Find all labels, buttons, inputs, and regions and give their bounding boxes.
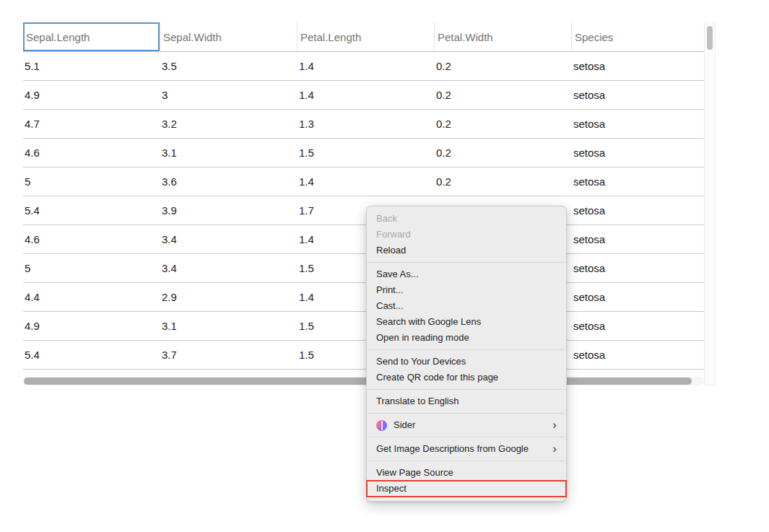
- table-cell[interactable]: 0.2: [435, 81, 572, 109]
- table-row: 4.93.11.5setosa: [23, 312, 704, 341]
- table-cell[interactable]: 5: [23, 254, 160, 282]
- table-cell[interactable]: setosa: [572, 225, 704, 253]
- table-cell[interactable]: 1.5: [297, 139, 435, 167]
- table-cell[interactable]: 3.4: [160, 254, 297, 282]
- table-cell[interactable]: 2.9: [160, 283, 297, 311]
- table-row: 5.43.91.7setosa: [23, 196, 704, 225]
- column-header-petal-width[interactable]: Petal.Width: [435, 22, 572, 51]
- table-cell[interactable]: setosa: [572, 81, 704, 109]
- table-row: 4.63.41.4setosa: [23, 225, 704, 254]
- table-cell[interactable]: 4.6: [23, 139, 160, 167]
- page: Sepal.LengthSepal.WidthPetal.LengthPetal…: [0, 0, 769, 532]
- table-cell[interactable]: 3.9: [160, 196, 297, 224]
- data-table: Sepal.LengthSepal.WidthPetal.LengthPetal…: [23, 22, 704, 370]
- table-row: 5.43.71.5setosa: [23, 341, 704, 370]
- table-cell[interactable]: 5.4: [23, 341, 160, 369]
- table-row: 4.931.40.2setosa: [23, 81, 704, 110]
- table-cell[interactable]: 5.4: [23, 196, 160, 224]
- menu-separator: [367, 437, 566, 437]
- menu-item-search-with-google-lens[interactable]: Search with Google Lens: [367, 314, 566, 330]
- menu-item-inspect[interactable]: Inspect: [367, 481, 566, 497]
- menu-separator: [367, 413, 566, 414]
- menu-separator: [367, 262, 566, 263]
- horizontal-scrollbar-thumb[interactable]: [24, 378, 692, 385]
- table-cell[interactable]: 5: [23, 167, 160, 196]
- menu-item-cast[interactable]: Cast...: [367, 298, 566, 314]
- menu-item-label: Send to Your Devices: [376, 354, 466, 370]
- menu-item-save-as[interactable]: Save As...: [367, 266, 566, 282]
- menu-item-label: Cast...: [376, 298, 404, 314]
- table-cell[interactable]: setosa: [572, 110, 704, 138]
- vertical-scrollbar-thumb[interactable]: [707, 26, 713, 50]
- table-header-row: Sepal.LengthSepal.WidthPetal.LengthPetal…: [23, 22, 704, 52]
- table-cell[interactable]: setosa: [572, 341, 704, 369]
- menu-item-label: Open in reading mode: [376, 330, 469, 346]
- table-cell[interactable]: 3.5: [160, 52, 297, 80]
- table-cell[interactable]: 5.1: [23, 52, 160, 80]
- menu-item-label: Get Image Descriptions from Google: [376, 441, 529, 457]
- column-header-sepal-length[interactable]: Sepal.Length: [23, 22, 160, 51]
- menu-item-label: Forward: [376, 227, 411, 243]
- menu-item-reload[interactable]: Reload: [367, 243, 566, 258]
- table-cell[interactable]: 4.7: [23, 110, 160, 138]
- table-cell[interactable]: 0.2: [435, 52, 572, 80]
- menu-item-label: Create QR code for this page: [376, 370, 498, 385]
- table-cell[interactable]: 3.6: [160, 167, 297, 196]
- menu-item-label: Reload: [376, 243, 406, 258]
- menu-item-forward[interactable]: Forward: [367, 227, 566, 243]
- menu-item-get-image-descriptions-from-google[interactable]: Get Image Descriptions from Google›: [367, 441, 566, 457]
- table-cell[interactable]: 1.4: [297, 167, 435, 196]
- menu-item-send-to-your-devices[interactable]: Send to Your Devices: [367, 354, 566, 370]
- table-cell[interactable]: setosa: [572, 139, 704, 167]
- menu-item-label: Print...: [376, 282, 404, 298]
- menu-item-open-in-reading-mode[interactable]: Open in reading mode: [367, 330, 566, 346]
- menu-item-back[interactable]: Back: [367, 211, 566, 227]
- table-row: 4.42.91.4setosa: [23, 283, 704, 312]
- table-cell[interactable]: setosa: [572, 52, 704, 80]
- table-cell[interactable]: 1.4: [297, 52, 435, 80]
- horizontal-scrollbar-track[interactable]: [23, 377, 704, 385]
- table-cell[interactable]: 3: [160, 81, 297, 109]
- table-cell[interactable]: 1.3: [297, 110, 435, 138]
- table-cell[interactable]: setosa: [572, 312, 704, 340]
- menu-item-create-qr-code-for-this-page[interactable]: Create QR code for this page: [367, 370, 566, 385]
- menu-item-label: Translate to English: [376, 393, 459, 409]
- menu-item-print[interactable]: Print...: [367, 282, 566, 298]
- table-row: 53.41.5setosa: [23, 254, 704, 283]
- table-cell[interactable]: 4.6: [23, 225, 160, 253]
- table-cell[interactable]: setosa: [572, 167, 704, 196]
- column-header-species[interactable]: Species: [572, 22, 704, 51]
- table-cell[interactable]: 0.2: [435, 167, 572, 196]
- table-cell[interactable]: 0.2: [435, 110, 572, 138]
- menu-item-sider[interactable]: Sider›: [367, 417, 566, 433]
- table-cell[interactable]: 4.9: [23, 312, 160, 340]
- sider-brain-icon: [376, 420, 387, 431]
- menu-item-label: Sider: [394, 417, 415, 433]
- table-cell[interactable]: 4.9: [23, 81, 160, 109]
- table-cell[interactable]: 3.1: [160, 312, 297, 340]
- vertical-scrollbar-track[interactable]: [704, 22, 716, 385]
- table-cell[interactable]: setosa: [572, 254, 704, 282]
- table-body: 5.13.51.40.2setosa4.931.40.2setosa4.73.2…: [23, 52, 704, 370]
- table-cell[interactable]: 4.4: [23, 283, 160, 311]
- table-cell[interactable]: 0.2: [435, 139, 572, 167]
- menu-item-label: View Page Source: [376, 465, 453, 481]
- menu-item-label: Search with Google Lens: [376, 314, 481, 330]
- table-cell[interactable]: setosa: [572, 196, 704, 224]
- table-cell[interactable]: setosa: [572, 283, 704, 311]
- table-cell[interactable]: 3.4: [160, 225, 297, 253]
- submenu-chevron-icon: ›: [547, 441, 557, 457]
- menu-item-view-page-source[interactable]: View Page Source: [367, 465, 566, 481]
- table-cell[interactable]: 3.7: [160, 341, 297, 369]
- table-cell[interactable]: 1.4: [297, 81, 435, 109]
- menu-item-label: Save As...: [376, 266, 419, 282]
- table-row: 5.13.51.40.2setosa: [23, 52, 704, 81]
- menu-item-translate-to-english[interactable]: Translate to English: [367, 393, 566, 409]
- menu-separator: [367, 389, 566, 390]
- menu-separator: [367, 349, 566, 350]
- column-header-sepal-width[interactable]: Sepal.Width: [160, 22, 297, 51]
- column-header-petal-length[interactable]: Petal.Length: [297, 22, 435, 51]
- table-cell[interactable]: 3.2: [160, 110, 297, 138]
- table-cell[interactable]: 3.1: [160, 139, 297, 167]
- submenu-chevron-icon: ›: [547, 417, 557, 433]
